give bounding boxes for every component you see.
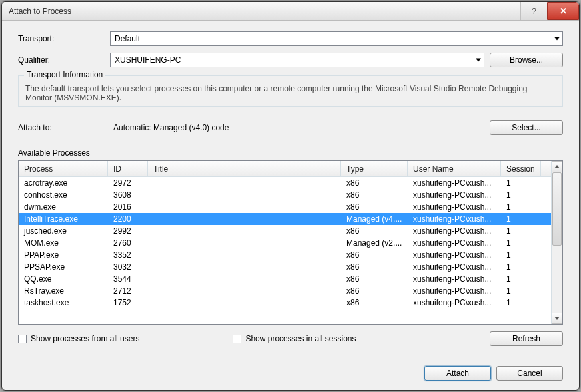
scroll-track[interactable]: [552, 172, 562, 313]
col-header-process[interactable]: Process: [19, 161, 108, 176]
checkbox-box[interactable]: [18, 335, 27, 343]
vertical-scrollbar[interactable]: [551, 161, 562, 324]
process-session: 1: [501, 298, 541, 307]
cancel-button[interactable]: Cancel: [496, 366, 563, 381]
transport-info-text: The default transport lets you select pr…: [25, 84, 556, 102]
process-id: 2016: [108, 202, 148, 212]
col-header-id[interactable]: ID: [108, 161, 148, 176]
process-name: jusched.exe: [19, 226, 108, 236]
col-header-type[interactable]: Type: [341, 161, 408, 176]
process-name: PPAP.exe: [19, 250, 108, 260]
process-user: xushuifeng-PC\xush...: [408, 262, 501, 272]
process-list-header[interactable]: Process ID Title Type User Name Session: [19, 161, 551, 177]
process-id: 3608: [108, 190, 148, 200]
table-row[interactable]: RsTray.exe2712x86xushuifeng-PC\xush...1: [19, 285, 551, 297]
table-row[interactable]: taskhost.exe1752x86xushuifeng-PC\xush...…: [19, 297, 551, 309]
process-id: 3352: [108, 250, 148, 260]
process-user: xushuifeng-PC\xush...: [408, 202, 501, 212]
process-id: 3544: [108, 274, 148, 284]
process-type: x86: [341, 202, 408, 212]
attach-to-value: Automatic: Managed (v4.0) code: [110, 121, 484, 134]
transport-label: Transport:: [18, 34, 110, 43]
process-type: x86: [341, 178, 408, 188]
show-all-users-label: Show processes from all users: [31, 334, 139, 343]
table-row[interactable]: jusched.exe2992x86xushuifeng-PC\xush...1: [19, 225, 551, 237]
process-type: x86: [341, 190, 408, 200]
process-name: acrotray.exe: [19, 178, 108, 188]
process-type: x86: [341, 262, 408, 272]
table-row[interactable]: dwm.exe2016x86xushuifeng-PC\xush...1: [19, 201, 551, 213]
process-name: dwm.exe: [19, 202, 108, 212]
scroll-thumb[interactable]: [552, 172, 562, 246]
table-row[interactable]: QQ.exe3544x86xushuifeng-PC\xush...1: [19, 273, 551, 285]
chevron-down-icon: [476, 59, 481, 62]
process-type: x86: [341, 250, 408, 260]
chevron-down-icon: [554, 37, 560, 41]
process-session: 1: [501, 250, 541, 260]
show-all-sessions-checkbox[interactable]: Show processes in all sessions: [233, 334, 356, 343]
process-list[interactable]: Process ID Title Type User Name Session …: [18, 160, 563, 325]
scroll-down-button[interactable]: [552, 313, 562, 324]
process-session: 1: [501, 286, 541, 295]
process-user: xushuifeng-PC\xush...: [408, 274, 501, 284]
process-user: xushuifeng-PC\xush...: [408, 286, 501, 295]
table-row[interactable]: IntelliTrace.exe2200Managed (v4....xushu…: [19, 213, 551, 225]
process-id: 2992: [108, 226, 148, 236]
process-session: 1: [501, 190, 541, 200]
process-user: xushuifeng-PC\xush...: [408, 190, 501, 200]
process-session: 1: [501, 178, 541, 188]
process-name: RsTray.exe: [19, 286, 108, 295]
process-type: Managed (v2....: [341, 238, 408, 248]
col-header-title[interactable]: Title: [148, 161, 341, 176]
attach-to-label: Attach to:: [18, 123, 110, 132]
show-all-users-checkbox[interactable]: Show processes from all users: [18, 334, 139, 343]
transport-info-group: Transport Information The default transp…: [18, 75, 563, 107]
available-processes-label: Available Processes: [18, 148, 563, 158]
scroll-up-button[interactable]: [552, 161, 562, 172]
process-user: xushuifeng-PC\xush...: [408, 214, 501, 224]
process-type: x86: [341, 274, 408, 284]
process-id: 2972: [108, 178, 148, 188]
process-session: 1: [501, 202, 541, 212]
table-row[interactable]: acrotray.exe2972x86xushuifeng-PC\xush...…: [19, 177, 551, 189]
process-user: xushuifeng-PC\xush...: [408, 250, 501, 260]
show-all-sessions-label: Show processes in all sessions: [245, 334, 356, 343]
close-button[interactable]: ✕: [547, 2, 579, 20]
refresh-button[interactable]: Refresh: [490, 331, 563, 346]
transport-info-title: Transport Information: [24, 70, 105, 79]
process-id: 3032: [108, 262, 148, 272]
table-row[interactable]: conhost.exe3608x86xushuifeng-PC\xush...1: [19, 189, 551, 201]
process-id: 2760: [108, 238, 148, 248]
checkbox-box[interactable]: [233, 335, 241, 343]
process-session: 1: [501, 214, 541, 224]
process-name: IntelliTrace.exe: [19, 214, 108, 224]
table-row[interactable]: PPSAP.exe3032x86xushuifeng-PC\xush...1: [19, 261, 551, 273]
process-type: Managed (v4....: [341, 214, 408, 224]
col-header-session[interactable]: Session: [501, 161, 541, 176]
table-row[interactable]: MOM.exe2760Managed (v2....xushuifeng-PC\…: [19, 237, 551, 249]
titlebar[interactable]: Attach to Process ? ✕: [2, 2, 579, 21]
browse-button[interactable]: Browse...: [490, 53, 563, 67]
col-header-user[interactable]: User Name: [408, 161, 501, 176]
table-row[interactable]: PPAP.exe3352x86xushuifeng-PC\xush...1: [19, 249, 551, 261]
process-type: x86: [341, 298, 408, 307]
process-user: xushuifeng-PC\xush...: [408, 298, 501, 307]
process-name: QQ.exe: [19, 274, 108, 284]
qualifier-label: Qualifier:: [18, 55, 110, 65]
process-user: xushuifeng-PC\xush...: [408, 226, 501, 236]
qualifier-combobox[interactable]: XUSHUIFENG-PC: [110, 53, 484, 67]
transport-dropdown[interactable]: Default: [110, 31, 563, 46]
process-user: xushuifeng-PC\xush...: [408, 238, 501, 248]
process-session: 1: [501, 226, 541, 236]
help-button[interactable]: ?: [520, 2, 547, 20]
process-id: 2712: [108, 286, 148, 295]
window-title: Attach to Process: [9, 7, 520, 16]
attach-button[interactable]: Attach: [424, 366, 491, 381]
attach-to-process-dialog: Attach to Process ? ✕ Transport: Default…: [1, 1, 580, 391]
select-button[interactable]: Select...: [490, 120, 563, 135]
process-name: taskhost.exe: [19, 298, 108, 307]
process-name: conhost.exe: [19, 190, 108, 200]
process-id: 2200: [108, 214, 148, 224]
process-name: PPSAP.exe: [19, 262, 108, 272]
process-type: x86: [341, 286, 408, 295]
